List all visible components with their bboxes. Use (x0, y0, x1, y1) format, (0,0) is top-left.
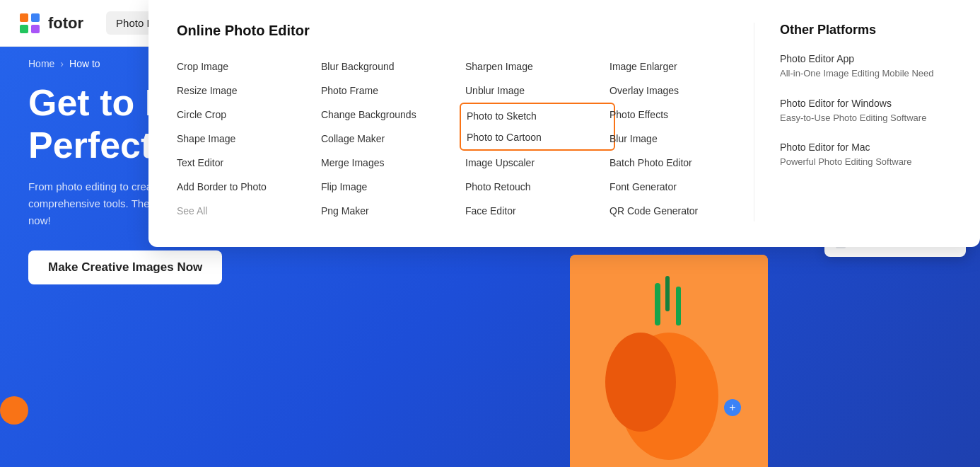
menu-item-add-border[interactable]: Add Border to Photo (177, 176, 321, 197)
menu-item-image-upscaler[interactable]: Image Upscaler (465, 152, 609, 173)
menu-item-shape-image[interactable]: Shape Image (177, 128, 321, 149)
menu-item-photo-effects[interactable]: Photo Effects (609, 104, 754, 125)
menu-item-png-maker[interactable]: Png Maker (321, 200, 465, 221)
menu-item-overlay-images[interactable]: Overlay Images (609, 80, 754, 101)
svg-rect-10 (676, 287, 681, 325)
menu-item-circle-crop[interactable]: Circle Crop (177, 104, 321, 125)
menu-item-photo-retouch[interactable]: Photo Retouch (465, 176, 609, 197)
menu-item-collage-maker[interactable]: Collage Maker (321, 128, 465, 149)
breadcrumb-home[interactable]: Home (28, 58, 54, 69)
menu-item-blur-background[interactable]: Blur Background (321, 56, 465, 77)
sidebar-section-title: Other Platforms (780, 23, 952, 38)
fotor-logo-icon (17, 11, 42, 36)
menu-item-batch-photo-editor[interactable]: Batch Photo Editor (609, 152, 754, 173)
svg-point-7 (605, 333, 676, 432)
svg-rect-4 (31, 25, 40, 33)
circle-decoration (0, 396, 28, 425)
menu-item-resize-image[interactable]: Resize Image (177, 80, 321, 101)
svg-rect-9 (665, 276, 670, 311)
menu-item-face-editor[interactable]: Face Editor (465, 200, 609, 221)
logo-text: fotor (48, 14, 83, 33)
menu-item-blur-image[interactable]: Blur Image (609, 128, 754, 149)
sidebar-sub-photo-editor-app: All-in-One Image Editing Mobile Need (780, 67, 952, 81)
sidebar-link-windows[interactable]: Photo Editor for Windows (780, 96, 952, 111)
dropdown-sidebar: Other Platforms Photo Editor App All-in-… (754, 23, 952, 221)
sidebar-link-mac[interactable]: Photo Editor for Mac (780, 140, 952, 155)
add-button[interactable]: + (724, 399, 741, 416)
dropdown-main-content: Online Photo Editor Crop Image Resize Im… (177, 23, 754, 221)
menu-item-unblur-image[interactable]: Unblur Image (465, 80, 609, 101)
menu-item-qr-code-generator[interactable]: QR Code Generator (609, 200, 754, 221)
carrot-image (570, 255, 768, 467)
sidebar-group-app: Photo Editor App All-in-One Image Editin… (780, 52, 952, 81)
menu-item-crop-image[interactable]: Crop Image (177, 56, 321, 77)
menu-item-image-enlarger[interactable]: Image Enlarger (609, 56, 754, 77)
menu-item-flip-image[interactable]: Flip Image (321, 176, 465, 197)
menu-item-font-generator[interactable]: Font Generator (609, 176, 754, 197)
svg-rect-8 (655, 283, 660, 325)
logo[interactable]: fotor (17, 11, 83, 36)
menu-item-photo-frame[interactable]: Photo Frame (321, 80, 465, 101)
menu-item-change-backgrounds[interactable]: Change Backgrounds (321, 104, 465, 125)
sidebar-group-windows: Photo Editor for Windows Easy-to-Use Pho… (780, 96, 952, 125)
menu-item-text-editor[interactable]: Text Editor (177, 152, 321, 173)
menu-column-4: Image Enlarger Overlay Images Photo Effe… (609, 56, 754, 221)
breadcrumb-current: How to (69, 58, 100, 69)
menu-item-photo-to-sketch[interactable]: Photo to Sketch (467, 105, 608, 127)
sidebar-sub-windows: Easy-to-Use Photo Editing Software (780, 111, 952, 125)
dropdown-section-title: Online Photo Editor (177, 23, 754, 39)
menu-column-1: Crop Image Resize Image Circle Crop Shap… (177, 56, 321, 221)
menu-column-2: Blur Background Photo Frame Change Backg… (321, 56, 465, 221)
cta-button[interactable]: Make Creative Images Now (28, 250, 222, 284)
photo-editing-tools-dropdown: Online Photo Editor Crop Image Resize Im… (148, 0, 980, 247)
sidebar-link-photo-editor-app[interactable]: Photo Editor App (780, 52, 952, 67)
menu-item-photo-to-cartoon[interactable]: Photo to Cartoon (467, 127, 608, 148)
svg-rect-2 (31, 13, 40, 22)
breadcrumb-separator: › (60, 58, 64, 69)
highlighted-items-box: Photo to Sketch Photo to Cartoon (460, 103, 615, 151)
sidebar-sub-mac: Powerful Photo Editing Software (780, 155, 952, 169)
svg-rect-3 (20, 25, 28, 33)
menu-item-sharpen-image[interactable]: Sharpen Image (465, 56, 609, 77)
svg-rect-1 (20, 13, 28, 22)
menu-item-see-all[interactable]: See All (177, 200, 321, 221)
menu-column-3: Sharpen Image Unblur Image Photo to Sket… (465, 56, 609, 221)
menu-item-merge-images[interactable]: Merge Images (321, 152, 465, 173)
sidebar-group-mac: Photo Editor for Mac Powerful Photo Edit… (780, 140, 952, 169)
